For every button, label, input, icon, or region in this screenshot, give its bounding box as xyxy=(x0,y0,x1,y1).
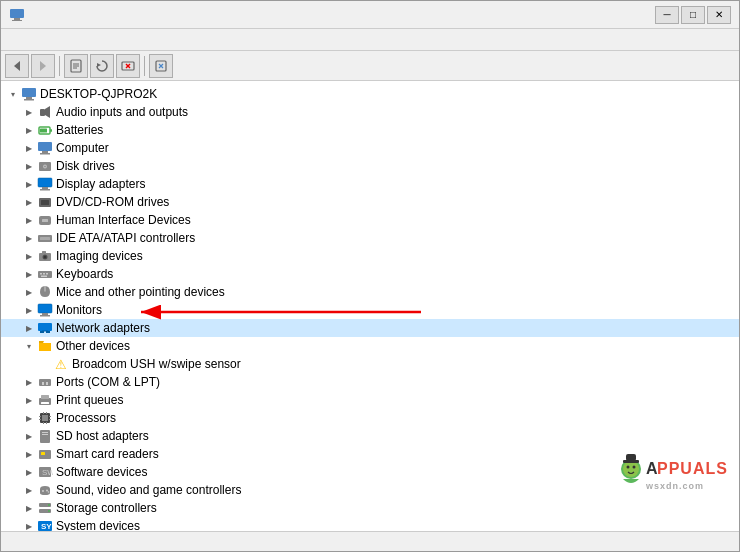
label-ide: IDE ATA/ATAPI controllers xyxy=(56,231,195,245)
tree-item-ports[interactable]: ▶Ports (COM & LPT) xyxy=(1,373,739,391)
expander-keyboards[interactable]: ▶ xyxy=(21,266,37,282)
minimize-button[interactable]: ─ xyxy=(655,6,679,24)
icon-processors xyxy=(37,410,53,426)
tree-item-diskdrives[interactable]: ▶Disk drives xyxy=(1,157,739,175)
tree-item-sysdevices[interactable]: ▶SYSSystem devices xyxy=(1,517,739,531)
svg-rect-37 xyxy=(40,237,50,240)
svg-marker-4 xyxy=(40,61,46,71)
tree-item-keyboards[interactable]: ▶Keyboards xyxy=(1,265,739,283)
tree-item-displayadapters[interactable]: ▶Display adapters xyxy=(1,175,739,193)
expander-other[interactable]: ▾ xyxy=(21,338,37,354)
expander-printqueues[interactable]: ▶ xyxy=(21,392,37,408)
properties-button[interactable] xyxy=(64,54,88,78)
label-mice: Mice and other pointing devices xyxy=(56,285,225,299)
expander-storage[interactable]: ▶ xyxy=(21,500,37,516)
tree-item-other[interactable]: ▾Other devices xyxy=(1,337,739,355)
menu-action[interactable] xyxy=(21,38,37,42)
icon-dvd xyxy=(37,194,53,210)
svg-rect-23 xyxy=(42,151,48,153)
update-button[interactable] xyxy=(90,54,114,78)
svg-text:SYS: SYS xyxy=(41,522,53,531)
tree-item-ide[interactable]: ▶IDE ATA/ATAPI controllers xyxy=(1,229,739,247)
icon-mice xyxy=(37,284,53,300)
toolbar-separator-2 xyxy=(144,56,145,76)
expander-diskdrives[interactable]: ▶ xyxy=(21,158,37,174)
toolbar-separator-1 xyxy=(59,56,60,76)
uninstall-button[interactable] xyxy=(116,54,140,78)
svg-rect-31 xyxy=(40,189,50,191)
tree-item-monitors[interactable]: ▶Monitors xyxy=(1,301,739,319)
tree-item-dvd[interactable]: ▶DVD/CD-ROM drives xyxy=(1,193,739,211)
toolbar xyxy=(1,51,739,81)
maximize-button[interactable]: □ xyxy=(681,6,705,24)
forward-button[interactable] xyxy=(31,54,55,78)
label-other: Other devices xyxy=(56,339,130,353)
label-smartcard: Smart card readers xyxy=(56,447,159,461)
menu-help[interactable] xyxy=(53,38,69,42)
svg-rect-75 xyxy=(42,434,48,435)
expander-computer[interactable]: ▶ xyxy=(21,140,37,156)
svg-rect-50 xyxy=(42,313,48,315)
svg-rect-65 xyxy=(43,412,44,414)
tree-item-network[interactable]: ▶Network adapters xyxy=(1,319,739,337)
tree-item-broadcom[interactable]: ⚠Broadcom USH w/swipe sensor xyxy=(1,355,739,373)
icon-batteries xyxy=(37,122,53,138)
svg-rect-102 xyxy=(626,454,636,461)
label-sound: Sound, video and game controllers xyxy=(56,483,241,497)
menu-view[interactable] xyxy=(37,38,53,42)
tree-item-mice[interactable]: ▶Mice and other pointing devices xyxy=(1,283,739,301)
menu-file[interactable] xyxy=(5,38,21,42)
svg-marker-9 xyxy=(97,63,101,67)
svg-rect-62 xyxy=(41,402,49,404)
back-button[interactable] xyxy=(5,54,29,78)
expander-displayadapters[interactable]: ▶ xyxy=(21,176,37,192)
svg-rect-21 xyxy=(40,129,47,133)
svg-rect-14 xyxy=(22,88,36,97)
svg-rect-57 xyxy=(39,379,51,386)
svg-text:⚠: ⚠ xyxy=(55,357,67,372)
svg-rect-51 xyxy=(40,315,50,317)
svg-rect-67 xyxy=(43,422,44,424)
svg-rect-2 xyxy=(12,20,22,21)
expander-sysdevices[interactable]: ▶ xyxy=(21,518,37,531)
expander-root[interactable]: ▾ xyxy=(5,86,21,102)
tree-item-printqueues[interactable]: ▶Print queues xyxy=(1,391,739,409)
expander-hid[interactable]: ▶ xyxy=(21,212,37,228)
tree-item-hid[interactable]: ▶Human Interface Devices xyxy=(1,211,739,229)
expander-batteries[interactable]: ▶ xyxy=(21,122,37,138)
expander-imaging[interactable]: ▶ xyxy=(21,248,37,264)
icon-hid xyxy=(37,212,53,228)
tree-item-sdhost[interactable]: ▶SD host adapters xyxy=(1,427,739,445)
expander-mice[interactable]: ▶ xyxy=(21,284,37,300)
tree-item-processors[interactable]: ▶Processors xyxy=(1,409,739,427)
expander-sound[interactable]: ▶ xyxy=(21,482,37,498)
label-sysdevices: System devices xyxy=(56,519,140,531)
tree-item-imaging[interactable]: ▶Imaging devices xyxy=(1,247,739,265)
close-button[interactable]: ✕ xyxy=(707,6,731,24)
label-computer: Computer xyxy=(56,141,109,155)
tree-item-root[interactable]: ▾DESKTOP-QJPRO2K xyxy=(1,85,739,103)
tree-item-batteries[interactable]: ▶Batteries xyxy=(1,121,739,139)
scan-button[interactable] xyxy=(149,54,173,78)
svg-rect-1 xyxy=(14,18,20,20)
expander-ports[interactable]: ▶ xyxy=(21,374,37,390)
label-printqueues: Print queues xyxy=(56,393,123,407)
tree-item-audio[interactable]: ▶Audio inputs and outputs xyxy=(1,103,739,121)
label-processors: Processors xyxy=(56,411,116,425)
tree-item-computer[interactable]: ▶Computer xyxy=(1,139,739,157)
expander-software[interactable]: ▶ xyxy=(21,464,37,480)
label-broadcom: Broadcom USH w/swipe sensor xyxy=(72,357,241,371)
expander-smartcard[interactable]: ▶ xyxy=(21,446,37,462)
label-displayadapters: Display adapters xyxy=(56,177,145,191)
appuals-logo-svg: A PPUALS wsxdn.com xyxy=(601,449,731,507)
svg-rect-24 xyxy=(40,153,50,155)
icon-network xyxy=(37,320,53,336)
expander-monitors[interactable]: ▶ xyxy=(21,302,37,318)
expander-network[interactable]: ▶ xyxy=(21,320,37,336)
expander-audio[interactable]: ▶ xyxy=(21,104,37,120)
expander-ide[interactable]: ▶ xyxy=(21,230,37,246)
expander-dvd[interactable]: ▶ xyxy=(21,194,37,210)
expander-sdhost[interactable]: ▶ xyxy=(21,428,37,444)
icon-computer xyxy=(37,140,53,156)
expander-processors[interactable]: ▶ xyxy=(21,410,37,426)
